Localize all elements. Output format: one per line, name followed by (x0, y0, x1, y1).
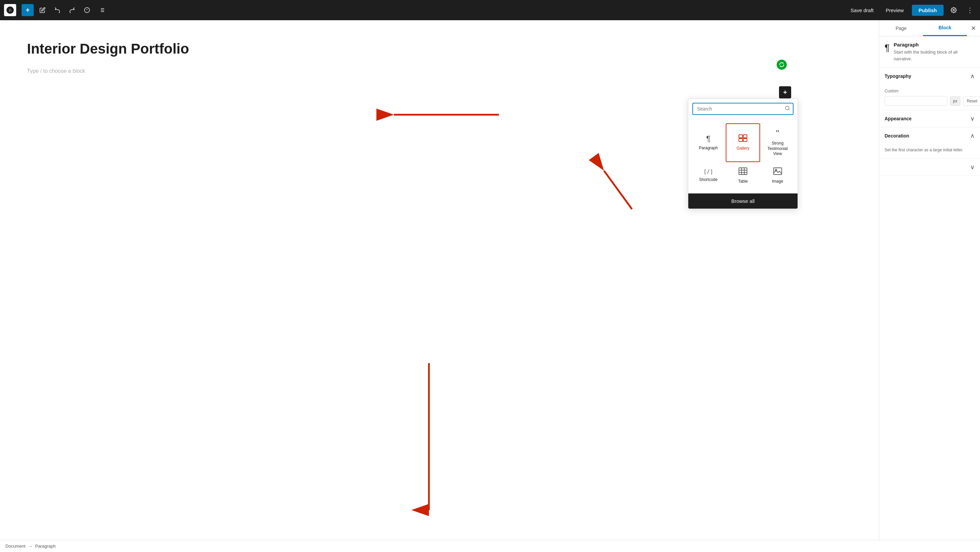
appearance-section-title: Appearance (885, 116, 912, 121)
block-search-container (688, 99, 797, 119)
appearance-section-header[interactable]: Appearance ∨ (879, 110, 980, 127)
decoration-section: Decoration ∧ Set the first character as … (879, 127, 980, 159)
typography-section: Typography ∧ Custom px Reset (879, 68, 980, 110)
appearance-collapse-icon: ∨ (970, 115, 975, 122)
status-arrow: → (28, 544, 32, 549)
list-view-button[interactable] (96, 4, 108, 16)
block-item-testimonial[interactable]: " Strong Testimonial View (760, 123, 795, 162)
block-item-table[interactable]: Table (726, 162, 760, 190)
main-layout: Interior Design Portfolio Type / to choo… (0, 20, 980, 552)
table-icon (738, 168, 747, 176)
block-info-text: Paragraph Start with the building block … (894, 42, 975, 62)
settings-button[interactable] (948, 4, 960, 16)
svg-point-11 (953, 10, 955, 11)
svg-rect-15 (739, 135, 743, 138)
appearance-section: Appearance ∨ (879, 110, 980, 127)
svg-line-30 (604, 171, 632, 209)
paragraph-label: Paragraph (699, 146, 718, 151)
table-label: Table (738, 179, 748, 184)
testimonial-label: Strong Testimonial View (763, 141, 792, 157)
svg-text:W: W (8, 8, 11, 12)
gallery-icon (738, 135, 747, 143)
sidebar-tabs: Page Block ✕ (879, 20, 980, 36)
more-options-button[interactable]: ⋮ (964, 4, 976, 16)
decoration-section-header[interactable]: Decoration ∧ (879, 127, 980, 144)
block-grid: ¶ Paragraph Gallery (688, 119, 797, 194)
block-item-shortcode[interactable]: [/] Shortcode (691, 162, 726, 190)
typography-reset-button[interactable]: Reset (963, 97, 980, 106)
decoration-section-title: Decoration (885, 133, 909, 138)
typography-collapse-icon: ∧ (970, 73, 975, 80)
image-label: Image (772, 179, 783, 184)
extra-collapse-icon: ∨ (970, 163, 975, 171)
typography-custom: Custom px Reset (879, 84, 980, 110)
drop-cap-hint: Set the first character as a large initi… (879, 144, 980, 159)
typography-input-row: px Reset (885, 96, 975, 106)
svg-point-13 (786, 106, 789, 110)
svg-rect-17 (739, 138, 743, 141)
editor-area: Interior Design Portfolio Type / to choo… (0, 20, 879, 552)
svg-rect-24 (773, 168, 782, 174)
refresh-icon-button[interactable] (775, 58, 789, 71)
right-sidebar: Page Block ✕ ¶ Paragraph Start with the … (879, 20, 980, 552)
status-paragraph: Paragraph (35, 544, 56, 549)
typography-unit-label: px (950, 97, 961, 106)
undo-button[interactable] (51, 4, 64, 16)
add-block-editor-button[interactable]: + (779, 86, 791, 98)
block-item-gallery[interactable]: Gallery (726, 123, 760, 162)
preview-button[interactable]: Preview (881, 5, 907, 15)
close-sidebar-button[interactable]: ✕ (967, 22, 980, 35)
tab-page[interactable]: Page (879, 21, 923, 36)
paragraph-block-icon: ¶ (885, 43, 889, 53)
toolbar-right: Save draft Preview Publish ⋮ (846, 4, 976, 16)
extra-section: ∨ (879, 159, 980, 176)
typography-size-input[interactable] (885, 96, 947, 106)
image-icon (773, 168, 782, 176)
add-block-toolbar-button[interactable]: + (22, 4, 34, 16)
typography-section-header[interactable]: Typography ∧ (879, 68, 980, 84)
testimonial-icon: " (776, 129, 780, 138)
status-document: Document (5, 544, 25, 549)
block-description: Start with the building block of all nar… (894, 49, 975, 62)
block-item-image[interactable]: Image (760, 162, 795, 190)
svg-rect-19 (739, 168, 747, 174)
edit-mode-button[interactable] (37, 4, 49, 16)
custom-label: Custom (885, 89, 975, 94)
extra-section-header[interactable]: ∨ (879, 159, 980, 176)
gallery-label: Gallery (737, 146, 749, 151)
info-button[interactable] (81, 4, 93, 16)
redo-button[interactable] (66, 4, 78, 16)
shortcode-icon: [/] (703, 169, 713, 174)
search-icon (785, 105, 790, 112)
block-inserter-popup: ¶ Paragraph Gallery (688, 98, 798, 209)
svg-point-12 (776, 60, 787, 70)
paragraph-icon: ¶ (706, 135, 711, 143)
browse-all-button[interactable]: Browse all (688, 194, 797, 209)
shortcode-label: Shortcode (699, 177, 718, 182)
decoration-collapse-icon: ∧ (970, 132, 975, 140)
block-placeholder[interactable]: Type / to choose a block (27, 65, 852, 77)
block-search-input[interactable] (692, 103, 794, 115)
save-draft-button[interactable]: Save draft (846, 5, 878, 15)
page-title[interactable]: Interior Design Portfolio (27, 40, 852, 57)
svg-rect-16 (743, 135, 747, 138)
block-name: Paragraph (894, 42, 975, 48)
svg-line-14 (789, 109, 789, 110)
block-item-paragraph[interactable]: ¶ Paragraph (691, 123, 726, 162)
status-bar: Document → Paragraph (0, 540, 980, 552)
toolbar: W + (0, 0, 980, 20)
svg-rect-18 (743, 138, 747, 141)
typography-section-title: Typography (885, 73, 911, 79)
search-input-wrapper (692, 103, 794, 115)
block-info: ¶ Paragraph Start with the building bloc… (879, 36, 980, 68)
wp-logo: W (4, 4, 16, 16)
tab-block[interactable]: Block (923, 20, 967, 36)
publish-button[interactable]: Publish (912, 5, 943, 16)
